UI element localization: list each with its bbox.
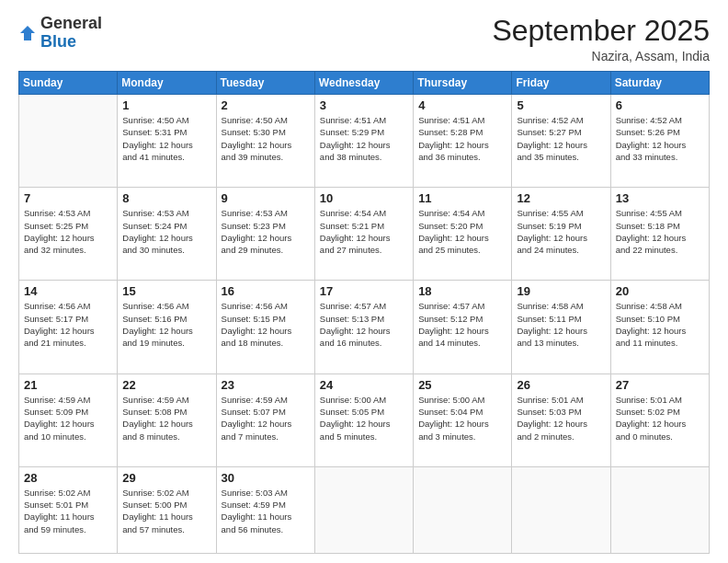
weekday-header-monday: Monday bbox=[118, 72, 216, 95]
day-number: 15 bbox=[122, 284, 210, 298]
weekday-header-tuesday: Tuesday bbox=[216, 72, 314, 95]
calendar-cell: 20Sunrise: 4:58 AM Sunset: 5:10 PM Dayli… bbox=[610, 281, 709, 373]
day-number: 3 bbox=[320, 98, 408, 112]
day-number: 27 bbox=[616, 378, 704, 392]
week-row-2: 7Sunrise: 4:53 AM Sunset: 5:25 PM Daylig… bbox=[19, 188, 710, 281]
day-number: 4 bbox=[418, 98, 506, 112]
day-info: Sunrise: 4:52 AM Sunset: 5:26 PM Dayligh… bbox=[616, 114, 704, 163]
day-number: 8 bbox=[122, 191, 210, 205]
day-info: Sunrise: 4:55 AM Sunset: 5:19 PM Dayligh… bbox=[517, 207, 605, 256]
calendar-cell: 15Sunrise: 4:56 AM Sunset: 5:16 PM Dayli… bbox=[118, 281, 216, 373]
calendar-cell: 10Sunrise: 4:54 AM Sunset: 5:21 PM Dayli… bbox=[314, 188, 413, 281]
day-number: 2 bbox=[222, 98, 310, 112]
day-info: Sunrise: 4:57 AM Sunset: 5:12 PM Dayligh… bbox=[418, 300, 506, 349]
logo-icon bbox=[18, 24, 37, 42]
day-info: Sunrise: 4:55 AM Sunset: 5:18 PM Dayligh… bbox=[616, 207, 704, 256]
calendar-cell: 18Sunrise: 4:57 AM Sunset: 5:12 PM Dayli… bbox=[414, 281, 512, 373]
day-number: 10 bbox=[320, 191, 408, 205]
day-info: Sunrise: 4:54 AM Sunset: 5:20 PM Dayligh… bbox=[418, 207, 506, 256]
day-info: Sunrise: 4:53 AM Sunset: 5:23 PM Dayligh… bbox=[222, 207, 310, 256]
calendar-cell: 17Sunrise: 4:57 AM Sunset: 5:13 PM Dayli… bbox=[314, 281, 413, 373]
calendar-cell: 30Sunrise: 5:03 AM Sunset: 4:59 PM Dayli… bbox=[216, 466, 314, 553]
day-number: 12 bbox=[517, 191, 605, 205]
day-info: Sunrise: 4:56 AM Sunset: 5:15 PM Dayligh… bbox=[222, 300, 310, 349]
logo-text: General Blue bbox=[40, 15, 102, 52]
day-info: Sunrise: 4:59 AM Sunset: 5:08 PM Dayligh… bbox=[122, 394, 210, 442]
title-block: September 2025 Nazira, Assam, India bbox=[492, 15, 710, 63]
day-number: 18 bbox=[418, 284, 506, 298]
day-info: Sunrise: 5:00 AM Sunset: 5:05 PM Dayligh… bbox=[320, 394, 408, 442]
day-info: Sunrise: 4:56 AM Sunset: 5:16 PM Dayligh… bbox=[122, 300, 210, 349]
weekday-header-row: SundayMondayTuesdayWednesdayThursdayFrid… bbox=[19, 72, 710, 95]
day-info: Sunrise: 5:02 AM Sunset: 5:00 PM Dayligh… bbox=[122, 487, 210, 535]
day-number: 23 bbox=[222, 378, 310, 392]
day-number: 25 bbox=[418, 378, 506, 392]
day-number: 20 bbox=[616, 284, 704, 298]
day-number: 29 bbox=[122, 471, 210, 485]
calendar-cell bbox=[19, 95, 118, 188]
day-number: 7 bbox=[24, 191, 112, 205]
day-number: 1 bbox=[122, 98, 210, 112]
day-number: 14 bbox=[24, 284, 112, 298]
calendar-cell: 9Sunrise: 4:53 AM Sunset: 5:23 PM Daylig… bbox=[216, 188, 314, 281]
calendar-cell: 29Sunrise: 5:02 AM Sunset: 5:00 PM Dayli… bbox=[118, 466, 216, 553]
day-number: 17 bbox=[320, 284, 408, 298]
calendar-cell: 19Sunrise: 4:58 AM Sunset: 5:11 PM Dayli… bbox=[512, 281, 610, 373]
calendar-cell: 23Sunrise: 4:59 AM Sunset: 5:07 PM Dayli… bbox=[216, 373, 314, 466]
calendar-cell bbox=[610, 466, 709, 553]
weekday-header-saturday: Saturday bbox=[610, 72, 709, 95]
calendar-cell: 21Sunrise: 4:59 AM Sunset: 5:09 PM Dayli… bbox=[19, 373, 118, 466]
location: Nazira, Assam, India bbox=[492, 49, 710, 63]
day-info: Sunrise: 4:51 AM Sunset: 5:29 PM Dayligh… bbox=[320, 114, 408, 163]
day-info: Sunrise: 4:59 AM Sunset: 5:09 PM Dayligh… bbox=[24, 394, 112, 442]
calendar-cell: 4Sunrise: 4:51 AM Sunset: 5:28 PM Daylig… bbox=[414, 95, 512, 188]
svg-marker-0 bbox=[20, 26, 35, 40]
calendar-cell: 27Sunrise: 5:01 AM Sunset: 5:02 PM Dayli… bbox=[610, 373, 709, 466]
day-number: 26 bbox=[517, 378, 605, 392]
day-info: Sunrise: 5:01 AM Sunset: 5:02 PM Dayligh… bbox=[616, 394, 704, 442]
day-info: Sunrise: 4:53 AM Sunset: 5:25 PM Dayligh… bbox=[24, 207, 112, 256]
day-number: 16 bbox=[222, 284, 310, 298]
day-number: 19 bbox=[517, 284, 605, 298]
calendar-cell: 25Sunrise: 5:00 AM Sunset: 5:04 PM Dayli… bbox=[414, 373, 512, 466]
day-info: Sunrise: 4:52 AM Sunset: 5:27 PM Dayligh… bbox=[517, 114, 605, 163]
day-info: Sunrise: 5:00 AM Sunset: 5:04 PM Dayligh… bbox=[418, 394, 506, 442]
page-header: General Blue September 2025 Nazira, Assa… bbox=[18, 15, 710, 63]
day-info: Sunrise: 4:58 AM Sunset: 5:10 PM Dayligh… bbox=[616, 300, 704, 349]
logo: General Blue bbox=[18, 15, 102, 52]
day-info: Sunrise: 5:03 AM Sunset: 4:59 PM Dayligh… bbox=[222, 487, 310, 535]
day-info: Sunrise: 4:53 AM Sunset: 5:24 PM Dayligh… bbox=[122, 207, 210, 256]
day-number: 24 bbox=[320, 378, 408, 392]
calendar-cell: 6Sunrise: 4:52 AM Sunset: 5:26 PM Daylig… bbox=[610, 95, 709, 188]
calendar-cell: 1Sunrise: 4:50 AM Sunset: 5:31 PM Daylig… bbox=[118, 95, 216, 188]
day-info: Sunrise: 4:58 AM Sunset: 5:11 PM Dayligh… bbox=[517, 300, 605, 349]
calendar-cell: 26Sunrise: 5:01 AM Sunset: 5:03 PM Dayli… bbox=[512, 373, 610, 466]
calendar-cell: 28Sunrise: 5:02 AM Sunset: 5:01 PM Dayli… bbox=[19, 466, 118, 553]
calendar-cell: 8Sunrise: 4:53 AM Sunset: 5:24 PM Daylig… bbox=[118, 188, 216, 281]
calendar-cell bbox=[314, 466, 413, 553]
calendar-cell bbox=[414, 466, 512, 553]
day-info: Sunrise: 4:54 AM Sunset: 5:21 PM Dayligh… bbox=[320, 207, 408, 256]
calendar-cell: 2Sunrise: 4:50 AM Sunset: 5:30 PM Daylig… bbox=[216, 95, 314, 188]
weekday-header-sunday: Sunday bbox=[19, 72, 118, 95]
day-info: Sunrise: 4:59 AM Sunset: 5:07 PM Dayligh… bbox=[222, 394, 310, 442]
calendar-table: SundayMondayTuesdayWednesdayThursdayFrid… bbox=[18, 71, 710, 554]
calendar-cell: 3Sunrise: 4:51 AM Sunset: 5:29 PM Daylig… bbox=[314, 95, 413, 188]
week-row-4: 21Sunrise: 4:59 AM Sunset: 5:09 PM Dayli… bbox=[19, 373, 710, 466]
day-info: Sunrise: 4:56 AM Sunset: 5:17 PM Dayligh… bbox=[24, 300, 112, 349]
weekday-header-thursday: Thursday bbox=[414, 72, 512, 95]
day-info: Sunrise: 4:51 AM Sunset: 5:28 PM Dayligh… bbox=[418, 114, 506, 163]
day-info: Sunrise: 5:02 AM Sunset: 5:01 PM Dayligh… bbox=[24, 487, 112, 535]
week-row-3: 14Sunrise: 4:56 AM Sunset: 5:17 PM Dayli… bbox=[19, 281, 710, 373]
week-row-5: 28Sunrise: 5:02 AM Sunset: 5:01 PM Dayli… bbox=[19, 466, 710, 553]
calendar-cell: 7Sunrise: 4:53 AM Sunset: 5:25 PM Daylig… bbox=[19, 188, 118, 281]
calendar-cell: 14Sunrise: 4:56 AM Sunset: 5:17 PM Dayli… bbox=[19, 281, 118, 373]
day-number: 22 bbox=[122, 378, 210, 392]
day-number: 5 bbox=[517, 98, 605, 112]
day-number: 6 bbox=[616, 98, 704, 112]
day-number: 30 bbox=[222, 471, 310, 485]
weekday-header-friday: Friday bbox=[512, 72, 610, 95]
weekday-header-wednesday: Wednesday bbox=[314, 72, 413, 95]
day-number: 13 bbox=[616, 191, 704, 205]
calendar-cell: 5Sunrise: 4:52 AM Sunset: 5:27 PM Daylig… bbox=[512, 95, 610, 188]
